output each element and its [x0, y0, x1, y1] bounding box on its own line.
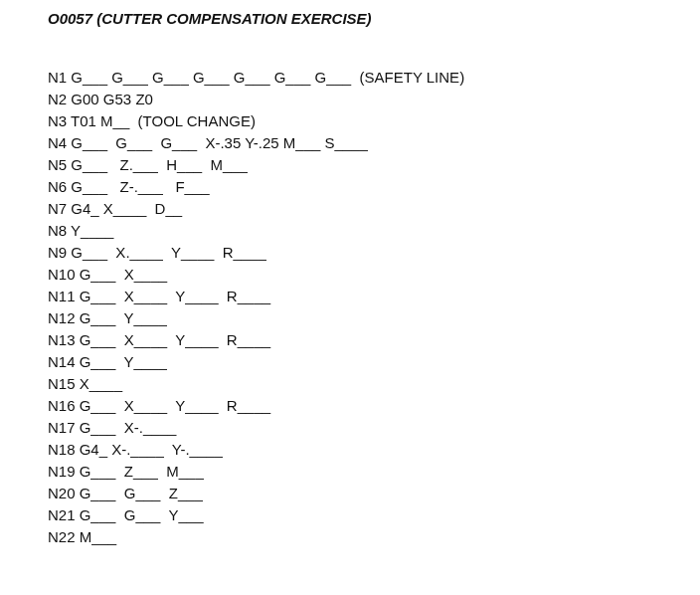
- program-title: O0057 (CUTTER COMPENSATION EXERCISE): [48, 10, 700, 27]
- gcode-line-14: N14 G___ Y____: [48, 351, 700, 373]
- gcode-line-21: N21 G___ G___ Y___: [48, 504, 700, 526]
- gcode-exercise-page: O0057 (CUTTER COMPENSATION EXERCISE) N1 …: [0, 0, 700, 595]
- gcode-line-7: N7 G4_ X____ D__: [48, 198, 700, 220]
- gcode-line-2: N2 G00 G53 Z0: [48, 89, 700, 110]
- gcode-line-11: N11 G___ X____ Y____ R____: [48, 286, 700, 307]
- gcode-line-13: N13 G___ X____ Y____ R____: [48, 329, 700, 351]
- gcode-lines: N1 G___ G___ G___ G___ G___ G___ G___ (S…: [48, 67, 700, 548]
- gcode-line-6: N6 G___ Z-.___ F___: [48, 176, 700, 198]
- gcode-line-15: N15 X____: [48, 373, 700, 395]
- gcode-line-9: N9 G___ X.____ Y____ R____: [48, 242, 700, 264]
- gcode-line-19: N19 G___ Z___ M___: [48, 461, 700, 483]
- gcode-line-3: N3 T01 M__ (TOOL CHANGE): [48, 110, 700, 132]
- gcode-line-17: N17 G___ X-.____: [48, 417, 700, 439]
- gcode-line-18: N18 G4_ X-.____ Y-.____: [48, 439, 700, 461]
- gcode-line-16: N16 G___ X____ Y____ R____: [48, 395, 700, 417]
- gcode-line-22: N22 M___: [48, 526, 700, 548]
- gcode-line-1: N1 G___ G___ G___ G___ G___ G___ G___ (S…: [48, 67, 700, 89]
- gcode-line-4: N4 G___ G___ G___ X-.35 Y-.25 M___ S____: [48, 132, 700, 154]
- gcode-line-10: N10 G___ X____: [48, 264, 700, 286]
- gcode-line-12: N12 G___ Y____: [48, 307, 700, 329]
- gcode-line-8: N8 Y____: [48, 220, 700, 242]
- gcode-line-5: N5 G___ Z.___ H___ M___: [48, 154, 700, 176]
- gcode-line-20: N20 G___ G___ Z___: [48, 483, 700, 504]
